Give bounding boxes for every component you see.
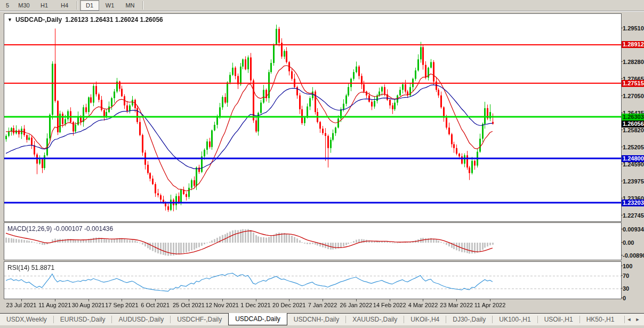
macd-axis-tick: 0.009345 — [623, 226, 644, 233]
time-axis-tick — [122, 299, 122, 301]
price-chart-canvas[interactable] — [4, 14, 621, 221]
toolbar-separator — [142, 1, 143, 10]
level-price-badge: 1.28912 — [622, 41, 644, 48]
date-label: 23 Jul 2021 — [6, 302, 37, 308]
time-axis-tick — [155, 299, 156, 301]
tab-dj30-daily[interactable]: DJ30-,Daily — [446, 314, 492, 325]
macd-axis-tick: 0.00 — [623, 239, 634, 246]
time-axis-tick — [390, 299, 390, 301]
time-axis-tick — [21, 299, 22, 301]
main-chart-panel: ▼ USDCAD-,Daily 1.26123 1.26431 1.26024 … — [4, 13, 622, 222]
time-axis-tick — [456, 299, 457, 301]
time-axis-tick — [490, 299, 490, 301]
time-axis-tick — [289, 299, 289, 301]
price-axis-tick: 1.25205 — [623, 144, 644, 150]
chart-title: ▼ USDCAD-,Daily 1.26123 1.26431 1.26024 … — [7, 16, 163, 23]
date-label: 20 Dec 2021 — [272, 302, 305, 308]
time-axis-tick — [423, 299, 423, 301]
tab-scroll-left-icon[interactable]: ◄ — [625, 315, 633, 324]
time-axis-tick — [88, 299, 89, 301]
rsi-panel: RSI(14) 51.8871 — [4, 261, 622, 299]
timeframe-button-w1[interactable]: W1 — [100, 0, 119, 11]
price-axis-tick: 1.22745 — [623, 212, 644, 219]
timeframe-button-mn[interactable]: MN — [120, 0, 140, 11]
timeframe-toolbar: 5M30H1H4D1W1MN — [0, 0, 644, 11]
window-bottom-edge — [0, 325, 644, 328]
rsi-axis-tick: 0 — [623, 295, 626, 301]
date-label: 12 Nov 2021 — [206, 302, 239, 308]
chart-collapse-icon[interactable]: ▼ — [7, 17, 12, 22]
tab-usdx-weekly[interactable]: USDX,Weekly — [0, 314, 53, 325]
terminal-window: 5M30H1H4D1W1MN ▼ USDCAD-,Daily 1.26123 1… — [0, 0, 644, 328]
price-axis-tick: 1.29510 — [623, 25, 644, 31]
tab-xauusd-daily[interactable]: XAUUSD-,Daily — [346, 314, 404, 325]
tab-usdcnh-daily[interactable]: USDCNH-,Daily — [287, 314, 345, 325]
time-axis-tick — [323, 299, 323, 301]
rsi-label: RSI(14) 51.8871 — [7, 264, 54, 271]
time-axis-tick — [55, 299, 55, 301]
date-label: 1 Dec 2021 — [240, 302, 270, 308]
date-label: 11 Apr 2022 — [474, 302, 506, 308]
tab-usdchf-daily[interactable]: USDCHF-,Daily — [171, 314, 228, 325]
macd-panel: MACD(12,26,9) -0.000107 -0.001436 — [4, 222, 622, 260]
price-axis-tick: 1.25820 — [623, 127, 644, 133]
rsi-axis-tick: 30 — [623, 285, 629, 292]
tab-hk50-h1[interactable]: HK50-,H1 — [580, 314, 621, 325]
tab-usoil-h1[interactable]: USOil-,H1 — [538, 314, 579, 325]
macd-axis-tick: -0.008902 — [623, 252, 644, 259]
rsi-axis-tick: 100 — [623, 263, 632, 269]
tab-ukoil-h4[interactable]: UKOil-,H4 — [404, 314, 446, 325]
rsi-canvas[interactable] — [4, 262, 621, 299]
chart-ohlc-values: 1.26123 1.26431 1.26024 1.26056 — [65, 16, 163, 23]
level-price-badge: 1.27515 — [622, 80, 644, 87]
date-label: 17 Sep 2021 — [105, 302, 138, 308]
date-label: 11 Aug 2021 — [38, 302, 71, 308]
date-label: 6 Oct 2021 — [141, 302, 170, 308]
chart-tabbar: USDX,WeeklyEURUSD-,DailyAUDUSD-,DailyUSD… — [0, 313, 644, 325]
tab-uk100-h1[interactable]: UK100-,H1 — [493, 314, 537, 325]
timeframe-button-h4[interactable]: H4 — [55, 0, 74, 11]
current-price-badge: 1.26056 — [622, 121, 644, 127]
time-axis-tick — [256, 299, 256, 301]
time-axis-tick — [356, 299, 357, 301]
timeframe-button-m30[interactable]: M30 — [14, 0, 34, 11]
level-price-badge: 1.23203 — [622, 199, 644, 206]
timeframe-button-5[interactable]: 5 — [2, 0, 13, 11]
date-label: 4 Mar 2022 — [408, 302, 438, 308]
toolbar-separator — [77, 1, 77, 10]
date-label: 25 Oct 2021 — [173, 302, 205, 308]
price-axis-tick: 1.28280 — [623, 59, 644, 65]
timeframe-button-d1[interactable]: D1 — [80, 0, 99, 11]
time-axis-tick — [189, 299, 189, 301]
tab-scroll-controls: ◄ ► — [624, 314, 644, 325]
date-label: 14 Feb 2022 — [373, 302, 406, 308]
price-axis-tick: 1.27050 — [623, 93, 644, 99]
price-axis-tick: 1.24590 — [623, 161, 644, 167]
chart-symbol-label: USDCAD-,Daily — [15, 16, 62, 23]
rsi-axis-tick: 70 — [623, 273, 629, 279]
date-label: 26 Jan 2022 — [340, 302, 373, 308]
tab-eurusd-daily[interactable]: EURUSD-,Daily — [54, 314, 112, 325]
tab-audusd-daily[interactable]: AUDUSD-,Daily — [112, 314, 170, 325]
level-price-badge: 1.26303 — [622, 114, 644, 121]
tab-usdcad-daily[interactable]: USDCAD-,Daily — [228, 313, 287, 325]
price-axis-tick: 1.23975 — [623, 178, 644, 185]
tab-scroll-right-icon[interactable]: ► — [633, 315, 642, 324]
level-price-badge: 1.24800 — [622, 155, 644, 162]
date-label: 30 Aug 2021 — [72, 302, 105, 308]
date-label: 23 Mar 2022 — [440, 302, 473, 308]
date-label: 7 Jan 2022 — [308, 302, 337, 308]
price-axis[interactable]: 1.295101.282801.276651.270501.264351.258… — [622, 0, 644, 328]
timeframe-button-h1[interactable]: H1 — [35, 0, 54, 11]
time-axis-tick — [222, 299, 223, 301]
macd-label: MACD(12,26,9) -0.000107 -0.001436 — [7, 225, 113, 233]
